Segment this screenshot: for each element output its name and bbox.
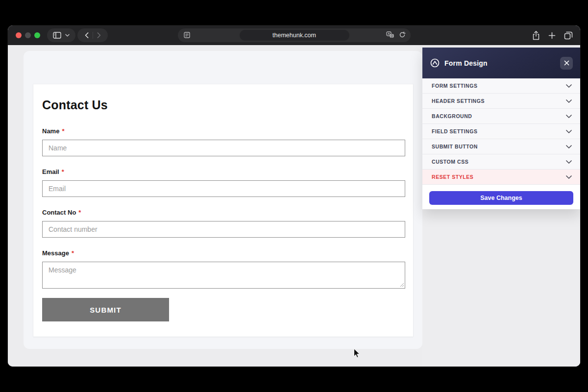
browser-window: themehunk.com bbox=[8, 25, 580, 367]
section-label: BACKGROUND bbox=[432, 113, 472, 119]
field-label-text: Contact No bbox=[42, 209, 76, 216]
panel-section-submit-button[interactable]: SUBMIT BUTTON bbox=[422, 139, 580, 154]
required-asterisk: * bbox=[72, 249, 74, 257]
submit-button[interactable]: SUBMIT bbox=[42, 298, 169, 321]
field-group-email: Email * bbox=[42, 168, 405, 197]
traffic-lights bbox=[16, 32, 40, 38]
form-design-logo-icon bbox=[430, 58, 440, 68]
name-input[interactable] bbox=[42, 140, 405, 156]
minimize-window-button[interactable] bbox=[25, 32, 31, 38]
section-label: SUBMIT BUTTON bbox=[432, 144, 478, 149]
panel-title: Form Design bbox=[444, 59, 488, 67]
chevron-down-icon bbox=[566, 145, 572, 148]
panel-section-form-settings[interactable]: FORM SETTINGS bbox=[422, 78, 580, 94]
tabs-icon[interactable] bbox=[564, 31, 573, 40]
required-asterisk: * bbox=[62, 168, 64, 175]
chevron-down-icon bbox=[566, 130, 572, 133]
chevron-down-icon bbox=[566, 84, 572, 88]
close-window-button[interactable] bbox=[16, 32, 22, 38]
back-icon[interactable] bbox=[85, 32, 89, 38]
chevron-down-icon bbox=[566, 115, 572, 118]
contact-form-card: Contact Us Name * Email * bbox=[33, 84, 413, 337]
field-label-text: Email bbox=[42, 168, 59, 175]
section-label: FIELD SETTINGS bbox=[432, 128, 477, 134]
save-changes-button[interactable]: Save Changes bbox=[429, 191, 573, 205]
nav-divider bbox=[93, 32, 93, 39]
panel-section-custom-css[interactable]: CUSTOM CSS bbox=[422, 154, 580, 170]
address-bar[interactable]: themehunk.com bbox=[178, 28, 411, 42]
section-label: HEADER SETTINGS bbox=[432, 98, 485, 104]
zoom-window-button[interactable] bbox=[34, 32, 40, 38]
chevron-down-icon bbox=[566, 160, 572, 164]
section-label: FORM SETTINGS bbox=[432, 83, 477, 89]
panel-section-background[interactable]: BACKGROUND bbox=[422, 109, 580, 124]
field-label: Email * bbox=[42, 168, 405, 175]
form-title: Contact Us bbox=[42, 98, 405, 112]
panel-column: Form Design FORM SETTINGS HEADER SETTING… bbox=[422, 45, 580, 367]
chevron-down-icon[interactable] bbox=[65, 34, 70, 37]
field-group-message: Message * bbox=[42, 249, 405, 289]
url-text: themehunk.com bbox=[272, 32, 316, 39]
panel-close-button[interactable] bbox=[560, 57, 573, 70]
panel-section-reset-styles[interactable]: RESET STYLES bbox=[422, 170, 580, 185]
required-asterisk: * bbox=[78, 209, 81, 216]
translate-icon[interactable] bbox=[386, 31, 394, 38]
nav-buttons bbox=[77, 28, 108, 42]
browser-toolbar: themehunk.com bbox=[8, 25, 580, 45]
sidebar-toggle-group[interactable] bbox=[47, 28, 75, 42]
reload-icon[interactable] bbox=[399, 31, 406, 38]
close-icon bbox=[564, 60, 569, 66]
field-label: Name * bbox=[42, 127, 405, 135]
field-group-name: Name * bbox=[42, 127, 405, 156]
resize-grip-icon[interactable] bbox=[400, 283, 404, 287]
field-label-text: Message bbox=[42, 249, 69, 257]
url-field[interactable]: themehunk.com bbox=[240, 30, 349, 41]
save-changes-area: Save Changes bbox=[422, 185, 580, 205]
form-design-panel: Form Design FORM SETTINGS HEADER SETTING… bbox=[422, 48, 580, 209]
panel-section-header-settings[interactable]: HEADER SETTINGS bbox=[422, 94, 580, 109]
field-label: Message * bbox=[42, 249, 405, 257]
reader-icon[interactable] bbox=[183, 31, 191, 39]
forward-icon[interactable] bbox=[97, 32, 101, 38]
panel-header: Form Design bbox=[422, 48, 580, 78]
contact-number-input[interactable] bbox=[42, 221, 405, 238]
chevron-down-icon bbox=[566, 99, 572, 103]
field-label: Contact No * bbox=[42, 209, 405, 216]
new-tab-icon[interactable] bbox=[548, 32, 556, 39]
section-label: CUSTOM CSS bbox=[432, 159, 468, 165]
sidebar-icon[interactable] bbox=[53, 32, 61, 39]
field-label-text: Name bbox=[42, 127, 59, 135]
page-content: Contact Us Name * Email * bbox=[8, 45, 580, 367]
chevron-down-icon bbox=[566, 175, 572, 179]
field-group-contact: Contact No * bbox=[42, 209, 405, 238]
share-icon[interactable] bbox=[532, 31, 540, 40]
panel-section-field-settings[interactable]: FIELD SETTINGS bbox=[422, 124, 580, 139]
email-input[interactable] bbox=[42, 180, 405, 197]
cursor-icon bbox=[353, 348, 361, 359]
message-textarea[interactable] bbox=[42, 262, 405, 289]
required-asterisk: * bbox=[62, 127, 64, 135]
section-label: RESET STYLES bbox=[432, 174, 473, 180]
